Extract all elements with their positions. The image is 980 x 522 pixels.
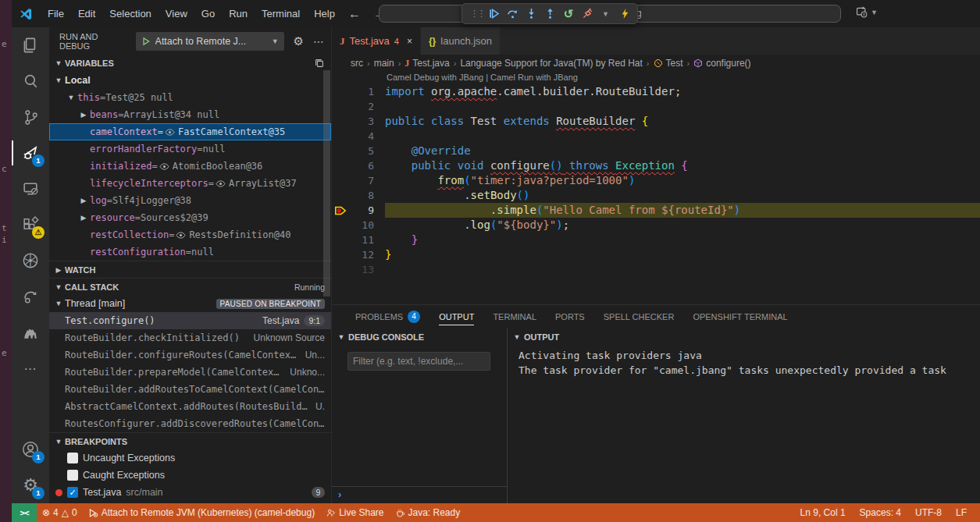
panel-tab-ports[interactable]: PORTS bbox=[555, 305, 585, 328]
variable-row[interactable]: errorHandlerFactory = null bbox=[49, 140, 331, 158]
variable-row[interactable]: camelContext = FastCamelContext@35 bbox=[49, 123, 331, 140]
search-icon[interactable] bbox=[12, 63, 49, 99]
gutter[interactable]: 12 bbox=[332, 247, 385, 262]
gutter[interactable]: 2 bbox=[332, 99, 385, 114]
menu-item-view[interactable]: View bbox=[159, 0, 194, 27]
variables-section-header[interactable]: ▼ VARIABLES bbox=[49, 55, 331, 72]
extensions-icon[interactable]: ⚠ bbox=[12, 207, 49, 243]
layout-customize-button[interactable]: ▼ bbox=[855, 5, 878, 19]
gutter[interactable]: 8 bbox=[332, 188, 385, 203]
code-line[interactable]: 5 @Override bbox=[332, 144, 980, 158]
source-control-icon[interactable] bbox=[12, 99, 49, 135]
close-icon[interactable]: × bbox=[407, 36, 412, 47]
panel-tab-output[interactable]: OUTPUT bbox=[439, 305, 474, 328]
line-col-indicator[interactable]: Ln 9, Col 1 bbox=[793, 503, 853, 522]
openshift-icon[interactable] bbox=[12, 279, 49, 314]
back-arrow-icon[interactable]: ← bbox=[342, 7, 367, 21]
breakpoint-checkbox[interactable] bbox=[67, 470, 78, 481]
eye-icon[interactable] bbox=[159, 162, 169, 172]
eye-icon[interactable] bbox=[165, 127, 175, 137]
code-line[interactable]: 11 } bbox=[332, 233, 980, 247]
breakpoint-current-line-icon[interactable] bbox=[332, 205, 349, 216]
launch-config-dropdown[interactable]: Attach to Remote J... ▼ bbox=[136, 32, 284, 51]
code-line[interactable]: 3public class Test extends RouteBuilder … bbox=[332, 114, 980, 129]
gutter[interactable]: 13 bbox=[332, 262, 385, 277]
variable-row[interactable]: ▶log = Slf4jLogger@38 bbox=[49, 192, 331, 209]
gutter[interactable]: 4 bbox=[332, 129, 385, 144]
remote-indicator[interactable]: >< bbox=[12, 503, 37, 522]
tab-test-java[interactable]: JTest.java4× bbox=[332, 27, 420, 55]
step-into-icon[interactable] bbox=[522, 5, 540, 23]
hot-code-replace-icon[interactable] bbox=[616, 5, 633, 23]
continue-icon[interactable] bbox=[485, 5, 502, 23]
more-actions-icon[interactable]: ⋯ bbox=[313, 35, 325, 48]
more-icon[interactable]: ⋯ bbox=[12, 350, 49, 386]
callstack-section-header[interactable]: ▼ CALL STACK Running bbox=[49, 278, 331, 295]
breadcrumb[interactable]: src›main›JTest.java›Language Support for… bbox=[332, 55, 980, 72]
gutter[interactable]: 3 bbox=[332, 114, 385, 129]
panel-tab-openshift-terminal[interactable]: OPENSHIFT TERMINAL bbox=[693, 305, 787, 328]
eol-indicator[interactable]: LF bbox=[949, 503, 974, 522]
tab-launch-json[interactable]: {}launch.json bbox=[421, 27, 500, 55]
menu-item-go[interactable]: Go bbox=[194, 0, 222, 27]
code-line[interactable]: 6 public void configure() throws Excepti… bbox=[332, 158, 980, 173]
breadcrumb-item[interactable]: Test bbox=[654, 58, 683, 69]
eye-icon[interactable] bbox=[176, 230, 186, 240]
variable-row[interactable]: lifecycleInterceptors = ArrayList@37 bbox=[49, 175, 331, 192]
breakpoint-row[interactable]: Uncaught Exceptions bbox=[49, 449, 331, 467]
gutter[interactable]: 11 bbox=[332, 233, 385, 247]
stack-frame-row[interactable]: AbstractCamelContext.addRoutes(RoutesBui… bbox=[49, 398, 331, 415]
code-line[interactable]: 7 from("timer:java?period=1000") bbox=[332, 173, 980, 188]
settings-icon[interactable]: ⚙1 bbox=[12, 467, 49, 503]
gutter[interactable]: 1 bbox=[332, 84, 385, 99]
code-line[interactable]: 1import org.apache.camel.builder.RouteBu… bbox=[332, 84, 980, 99]
stack-frame-row[interactable]: RouteBuilder.prepareModel(CamelContext)U… bbox=[49, 364, 331, 381]
stack-frame-row[interactable]: RouteBuilder.checkInitialized()Unknown S… bbox=[49, 329, 331, 346]
gutter[interactable]: 6 bbox=[332, 158, 385, 173]
panel-tab-spell-checker[interactable]: SPELL CHECKER bbox=[604, 305, 675, 328]
debug-console-header[interactable]: ▼ DEBUG CONSOLE bbox=[332, 328, 507, 346]
debug-target-status[interactable]: Attach to Remote JVM (Kubernetes) (camel… bbox=[83, 503, 320, 522]
kubernetes-icon[interactable] bbox=[12, 243, 49, 279]
variable-row[interactable]: restCollection = RestsDefinition@40 bbox=[49, 226, 331, 243]
gutter[interactable]: 5 bbox=[332, 144, 385, 158]
breadcrumb-item[interactable]: configure() bbox=[693, 58, 750, 69]
variable-row[interactable]: ▼Local bbox=[49, 72, 331, 89]
gutter[interactable]: 7 bbox=[332, 173, 385, 188]
watch-section-header[interactable]: ▶ WATCH bbox=[49, 261, 331, 278]
step-over-icon[interactable] bbox=[504, 5, 521, 23]
menu-item-file[interactable]: File bbox=[41, 0, 71, 27]
eye-icon[interactable] bbox=[216, 179, 226, 189]
breadcrumb-item[interactable]: JTest.java bbox=[404, 58, 449, 69]
code-line[interactable]: 9 .simple("Hello Camel from ${routeId}") bbox=[332, 203, 980, 218]
start-debug-icon[interactable] bbox=[141, 37, 151, 46]
stack-frame-row[interactable]: RouteBuilder.configureRoutes(CamelContex… bbox=[49, 346, 331, 364]
encoding-indicator[interactable]: UTF-8 bbox=[908, 503, 949, 522]
stack-frame-row[interactable]: RouteBuilder.addRoutesToCamelContext(Cam… bbox=[49, 381, 331, 398]
code-area[interactable]: 1import org.apache.camel.builder.RouteBu… bbox=[332, 84, 980, 277]
code-line[interactable]: 8 .setBody() bbox=[332, 188, 980, 203]
breadcrumb-item[interactable]: main bbox=[374, 58, 394, 69]
panel-tab-problems[interactable]: PROBLEMS4 bbox=[355, 305, 420, 328]
code-line[interactable]: 4 bbox=[332, 129, 980, 144]
debug-console-filter-input[interactable]: Filter (e.g. text, !exclude,... bbox=[347, 352, 490, 371]
step-out-icon[interactable] bbox=[541, 5, 558, 23]
panel-tab-terminal[interactable]: TERMINAL bbox=[493, 305, 536, 328]
camel-icon[interactable] bbox=[12, 314, 49, 350]
variable-row[interactable]: ▼this = Test@25 null bbox=[49, 89, 331, 106]
menu-item-terminal[interactable]: Terminal bbox=[255, 0, 307, 27]
code-line[interactable]: 13 bbox=[332, 262, 980, 277]
remote-explorer-icon[interactable] bbox=[12, 171, 49, 207]
stack-frame-row[interactable]: RoutesConfigurer.addDiscoveredRoutes(Cam… bbox=[49, 415, 331, 432]
code-line[interactable]: 12} bbox=[332, 247, 980, 262]
collapse-all-icon[interactable] bbox=[314, 58, 325, 69]
code-line[interactable]: 2 bbox=[332, 99, 980, 114]
repl-input-row[interactable]: › bbox=[332, 486, 507, 502]
explorer-icon[interactable] bbox=[12, 27, 49, 63]
java-status[interactable]: Java: Ready bbox=[390, 503, 466, 522]
breadcrumb-item[interactable]: src bbox=[351, 58, 363, 69]
breakpoint-checkbox[interactable]: ✓ bbox=[67, 487, 78, 498]
menu-item-help[interactable]: Help bbox=[307, 0, 342, 27]
gutter[interactable]: 10 bbox=[332, 218, 385, 233]
accounts-icon[interactable]: 1 bbox=[12, 431, 49, 467]
